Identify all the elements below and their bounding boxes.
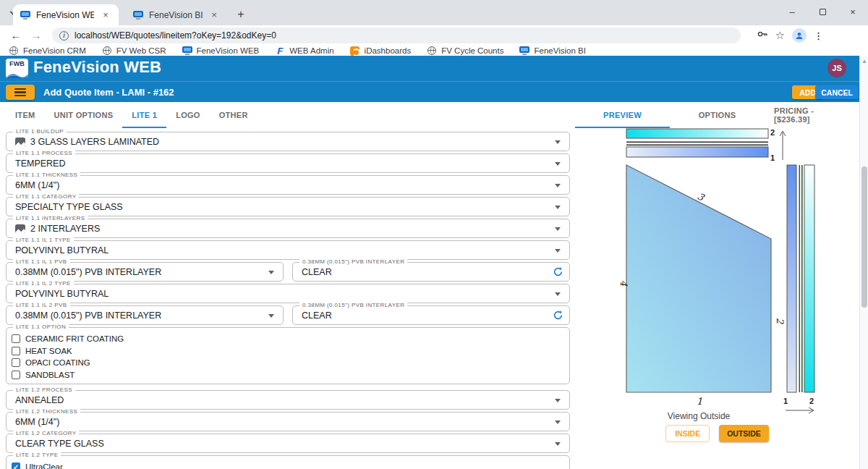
- option-sandblast[interactable]: SANDBLAST: [12, 369, 569, 381]
- page-scrollbar[interactable]: ▲: [859, 56, 868, 469]
- tab-close-icon[interactable]: ×: [208, 9, 220, 21]
- fwb-logo-text: FWB: [6, 60, 28, 67]
- inside-button[interactable]: INSIDE: [665, 425, 710, 442]
- refresh-icon[interactable]: [553, 310, 563, 324]
- field-lite1-buildup[interactable]: LITE 1 BUILDUP 3 GLASS LAYERS LAMINATED: [6, 132, 570, 151]
- tab-close-icon[interactable]: ×: [100, 9, 111, 21]
- field-lite11-category[interactable]: LITE 1.1 CATEGORY SPECIALTY TYPE GLASS: [6, 197, 570, 216]
- bookmark-label: FeneVision BI: [534, 46, 585, 55]
- field-lite12-thickness[interactable]: LITE 1.2 THICKNESS 6MM (1/4"): [6, 412, 570, 431]
- field-label: LITE 1.1 IL 2 TYPE: [13, 280, 74, 287]
- user-avatar[interactable]: JS: [827, 59, 846, 77]
- site-info-icon[interactable]: i: [59, 31, 69, 41]
- svg-text:4: 4: [618, 280, 629, 287]
- dropdown-arrow-icon[interactable]: [555, 442, 561, 446]
- tab-lite-1[interactable]: LITE 1: [122, 102, 166, 128]
- browser-menu-kebab-icon[interactable]: ⋮: [814, 30, 823, 41]
- option-ceramic-frit-coating[interactable]: CERAMIC FRIT COATING: [12, 333, 569, 345]
- svg-text:1: 1: [783, 397, 788, 405]
- field-value: 0.38MM (0.015") PVB INTERLAYER: [15, 267, 161, 277]
- dropdown-arrow-icon[interactable]: [555, 292, 561, 296]
- checkbox-checked[interactable]: ✓: [12, 462, 20, 469]
- bookmark-fenevision-bi[interactable]: FeneVision BI: [519, 46, 585, 56]
- field-il1-pvb-color[interactable]: 0.38MM (0.015") PVB INTERLAYER CLEAR: [292, 262, 570, 282]
- field-lite11-thickness[interactable]: LITE 1.1 THICKNESS 6MM (1/4"): [6, 175, 570, 195]
- option-ultraclear[interactable]: ✓ UltraClear: [12, 461, 569, 469]
- browser-window: FeneVision WEB × FeneVision BI × + – × ←…: [0, 0, 868, 469]
- checkbox-unchecked[interactable]: [12, 347, 20, 355]
- bookmark-fv-cycle-counts[interactable]: FV Cycle Counts: [427, 46, 503, 56]
- dropdown-arrow-icon[interactable]: [555, 227, 561, 231]
- field-value: 0.38MM (0.015") PVB INTERLAYER: [15, 310, 161, 321]
- scrollbar-up-arrow-icon[interactable]: ▲: [861, 57, 868, 66]
- field-label: LITE 1.2 PROCESS: [13, 386, 75, 393]
- svg-text:1: 1: [697, 396, 702, 407]
- svg-text:2: 2: [809, 397, 814, 405]
- vertical-cross-section: 1 2: [783, 165, 814, 413]
- dashboard-icon: [350, 46, 360, 56]
- item-tabs: ITEM UNIT OPTIONS LITE 1 LOGO OTHER: [6, 102, 258, 128]
- bookmark-label: FeneVision CRM: [23, 46, 86, 55]
- browser-tab-active[interactable]: FeneVision WEB ×: [13, 4, 119, 25]
- field-lite12-process[interactable]: LITE 1.2 PROCESS ANNEALED: [6, 390, 570, 410]
- browser-tab-inactive[interactable]: FeneVision BI ×: [126, 4, 227, 25]
- field-lite11-il1-pvb[interactable]: LITE 1.1 IL 1 PVB 0.38MM (0.015") PVB IN…: [6, 262, 284, 282]
- tab-logo[interactable]: LOGO: [166, 102, 210, 128]
- dropdown-arrow-icon[interactable]: [555, 421, 561, 424]
- tab-title: FeneVision BI: [149, 10, 203, 20]
- bookmark-fenevision-crm[interactable]: FeneVision CRM: [9, 46, 86, 56]
- interlayers-image-icon: [15, 224, 25, 233]
- tab-item[interactable]: ITEM: [6, 102, 44, 128]
- field-lite11-interlayers[interactable]: LITE 1.1 INTERLAYERS 2 INTERLAYERS: [6, 219, 570, 238]
- checkbox-unchecked[interactable]: [12, 358, 20, 367]
- bookmark-fv-web-csr[interactable]: FV Web CSR: [102, 46, 166, 56]
- field-il2-pvb-color[interactable]: 0.38MM (0.015") PVB INTERLAYER CLEAR: [292, 305, 570, 325]
- field-label: LITE 1.2 THICKNESS: [13, 408, 80, 415]
- dropdown-arrow-icon[interactable]: [268, 314, 274, 318]
- tab-other[interactable]: OTHER: [210, 102, 258, 128]
- window-restore-button[interactable]: [807, 0, 838, 23]
- checkbox-unchecked[interactable]: [12, 334, 20, 343]
- dropdown-arrow-icon[interactable]: [555, 140, 561, 144]
- field-lite11-il1-type[interactable]: LITE 1.1 IL 1 TYPE POLYVINYL BUTYRAL: [6, 240, 570, 260]
- new-tab-button[interactable]: +: [233, 7, 249, 22]
- bookmark-idashboards[interactable]: iDashboards: [350, 46, 412, 56]
- field-lite11-process[interactable]: LITE 1.1 PROCESS TEMPERED: [6, 153, 570, 173]
- window-close-button[interactable]: ×: [838, 0, 868, 23]
- window-minimize-button[interactable]: –: [777, 0, 807, 23]
- dropdown-arrow-icon[interactable]: [555, 162, 561, 166]
- outside-button[interactable]: OUTSIDE: [719, 425, 769, 442]
- password-key-icon[interactable]: [757, 29, 768, 42]
- lite12-type-group: LITE 1.2 TYPE ✓ UltraClear: [6, 455, 570, 469]
- dropdown-arrow-icon[interactable]: [555, 249, 561, 253]
- field-label: 0.38MM (0.015") PVB INTERLAYER: [299, 258, 407, 265]
- field-value: SPECIALTY TYPE GLASS: [15, 202, 123, 212]
- bookmark-fenevision-web[interactable]: FeneVision WEB: [182, 46, 260, 56]
- dropdown-arrow-icon[interactable]: [555, 206, 561, 209]
- field-lite12-category[interactable]: LITE 1.2 CATEGORY CLEAR TYPE GLASS: [6, 434, 570, 453]
- profile-avatar-icon[interactable]: [792, 28, 807, 43]
- bookmarks-bar: FeneVision CRM FV Web CSR FeneVision WEB…: [0, 46, 868, 56]
- option-opaci-coating[interactable]: OPACI COATING: [12, 357, 569, 369]
- url-text: localhost/WEB/quotes/lineitem?oKey=192&o…: [75, 30, 276, 41]
- tab-unit-options[interactable]: UNIT OPTIONS: [44, 102, 122, 128]
- field-lite11-il2-pvb[interactable]: LITE 1.1 IL 2 PVB 0.38MM (0.015") PVB IN…: [6, 305, 284, 325]
- svg-text:2: 2: [775, 318, 786, 324]
- option-heat-soak[interactable]: HEAT SOAK: [12, 345, 569, 358]
- dropdown-arrow-icon[interactable]: [268, 271, 274, 274]
- bookmark-star-icon[interactable]: ☆: [775, 29, 785, 42]
- forward-icon[interactable]: →: [27, 27, 45, 44]
- refresh-icon[interactable]: [553, 266, 563, 280]
- field-value: 6MM (1/4"): [15, 180, 59, 190]
- field-lite11-il2-type[interactable]: LITE 1.1 IL 2 TYPE POLYVINYL BUTYRAL: [6, 284, 570, 303]
- dropdown-arrow-icon[interactable]: [555, 184, 561, 187]
- checkbox-unchecked[interactable]: [12, 371, 20, 379]
- menu-hamburger-icon[interactable]: [6, 85, 35, 100]
- back-icon[interactable]: ←: [7, 27, 25, 44]
- cancel-button[interactable]: CANCEL: [815, 85, 859, 99]
- dropdown-arrow-icon[interactable]: [555, 399, 561, 402]
- address-bar[interactable]: i localhost/WEB/quotes/lineitem?oKey=192…: [52, 28, 741, 43]
- bookmark-web-admin[interactable]: F WEB Admin: [275, 46, 333, 56]
- field-label: LITE 1.1 PROCESS: [13, 150, 75, 156]
- scrollbar-thumb[interactable]: [861, 166, 867, 308]
